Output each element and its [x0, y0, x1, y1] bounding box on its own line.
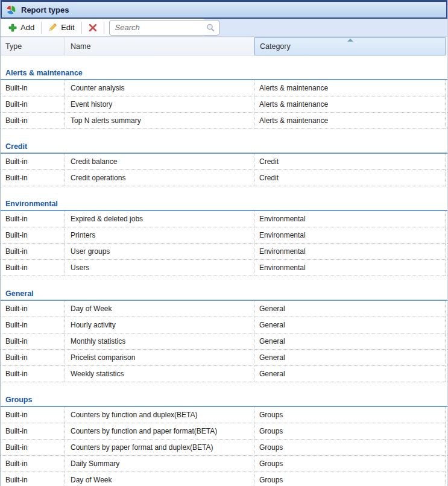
cell-category: Groups [254, 423, 446, 439]
cell-type: Built-in [1, 456, 65, 472]
cell-category: General [254, 333, 446, 349]
cell-type: Built-in [1, 154, 65, 169]
table-row[interactable]: Built-inExpired & deleted jobsEnvironmen… [1, 211, 447, 227]
group-header[interactable]: Credit [1, 142, 447, 154]
cell-name: Users [65, 260, 254, 276]
table-row[interactable]: Built-inPricelist comparisonGeneral [1, 350, 447, 366]
cell-category: Alerts & maintenance [254, 96, 446, 112]
cell-name: Printers [65, 227, 254, 243]
cell-category: Groups [254, 472, 446, 486]
table-row[interactable]: Built-inCredit balanceCredit [1, 154, 447, 170]
column-header-type[interactable]: Type [1, 37, 65, 55]
plus-icon [8, 24, 17, 32]
table-row[interactable]: Built-inDaily SummaryGroups [1, 456, 447, 472]
title-bar: Report types [1, 0, 447, 19]
magnifier-icon[interactable] [206, 23, 215, 35]
search-input[interactable] [109, 20, 219, 36]
cell-name: Hourly activity [65, 317, 254, 333]
cell-name: Counter analysis [65, 80, 254, 96]
cell-type: Built-in [1, 301, 65, 317]
cell-name: Weekly statistics [65, 366, 254, 382]
sort-ascending-arrow-icon [347, 39, 353, 42]
table-row[interactable]: Built-inCounter analysisAlerts & mainten… [1, 80, 447, 96]
group-header[interactable]: Alerts & maintenance [1, 68, 447, 80]
cell-type: Built-in [1, 407, 65, 423]
group-header[interactable]: Groups [1, 395, 447, 407]
cell-name: Counters by paper format and duplex(BETA… [65, 440, 254, 455]
table-row[interactable]: Built-inMonthly statisticsGeneral [1, 333, 447, 350]
cell-type: Built-in [1, 366, 65, 382]
table-row[interactable]: Built-inCredit operationsCredit [1, 170, 447, 186]
add-button[interactable]: Add [4, 22, 39, 33]
cell-type: Built-in [1, 260, 65, 276]
cell-type: Built-in [1, 96, 65, 112]
delete-button[interactable] [84, 22, 102, 33]
cell-type: Built-in [1, 333, 65, 349]
cell-category: Credit [254, 154, 446, 169]
cell-name: Counters by function and paper format(BE… [65, 423, 254, 439]
table-row[interactable]: Built-inDay of WeekGroups [1, 472, 447, 486]
edit-button-label: Edit [61, 23, 74, 32]
edit-button[interactable]: Edit [43, 22, 79, 33]
cell-category: Environmental [254, 244, 446, 259]
cell-name: Day of Week [65, 301, 254, 317]
cell-name: Expired & deleted jobs [65, 211, 254, 227]
cell-category: Alerts & maintenance [254, 80, 446, 96]
cell-category: General [254, 366, 446, 382]
search-box [109, 20, 219, 36]
column-header-category[interactable]: Category [254, 37, 446, 55]
column-header-category-label: Category [260, 42, 291, 51]
cell-category: General [254, 317, 446, 333]
cell-type: Built-in [1, 423, 65, 439]
table-row[interactable]: Built-inDay of WeekGeneral [1, 301, 447, 317]
cell-category: General [254, 350, 446, 365]
table-row[interactable]: Built-inCounters by paper format and dup… [1, 440, 447, 456]
cell-category: Groups [254, 407, 446, 423]
cell-category: General [254, 301, 446, 317]
cell-name: Monthly statistics [65, 333, 254, 349]
group-header[interactable]: Environmental [1, 199, 447, 211]
table-row[interactable]: Built-inUser groupsEnvironmental [1, 244, 447, 260]
table-row[interactable]: Built-inCounters by function and paper f… [1, 423, 447, 440]
cell-name: Credit operations [65, 170, 254, 186]
cell-category: Credit [254, 170, 446, 186]
cell-type: Built-in [1, 317, 65, 333]
cell-name: Day of Week [65, 472, 254, 486]
column-header-name[interactable]: Name [65, 37, 254, 55]
add-button-label: Add [21, 23, 34, 32]
cell-category: Groups [254, 440, 446, 455]
cell-name: Credit balance [65, 154, 254, 169]
cell-name: User groups [65, 244, 254, 259]
cell-name: Counters by function and duplex(BETA) [65, 407, 254, 423]
group-header[interactable]: General [1, 289, 447, 301]
cell-type: Built-in [1, 472, 65, 486]
toolbar-separator [81, 22, 82, 34]
cell-name: Top N alerts summary [65, 113, 254, 128]
cell-category: Environmental [254, 227, 446, 243]
pencil-icon [48, 23, 57, 32]
cell-type: Built-in [1, 211, 65, 227]
table-row[interactable]: Built-inEvent historyAlerts & maintenanc… [1, 96, 447, 113]
cell-name: Pricelist comparison [65, 350, 254, 365]
red-x-icon [89, 24, 97, 32]
cell-type: Built-in [1, 113, 65, 128]
cell-type: Built-in [1, 227, 65, 243]
table-row[interactable]: Built-inPrintersEnvironmental [1, 227, 447, 244]
cell-category: Alerts & maintenance [254, 113, 446, 128]
cell-type: Built-in [1, 350, 65, 365]
cell-type: Built-in [1, 170, 65, 186]
table-row[interactable]: Built-inWeekly statisticsGeneral [1, 366, 447, 382]
cell-category: Environmental [254, 260, 446, 276]
window-title: Report types [21, 5, 69, 14]
table-row[interactable]: Built-inCounters by function and duplex(… [1, 407, 447, 423]
cell-name: Event history [65, 96, 254, 112]
cell-category: Groups [254, 456, 446, 472]
toolbar-separator [41, 22, 42, 34]
toolbar: Add Edit [1, 19, 447, 37]
table-row[interactable]: Built-inHourly activityGeneral [1, 317, 447, 333]
cell-category: Environmental [254, 211, 446, 227]
table-header: Type Name Category [1, 37, 447, 55]
table-row[interactable]: Built-inTop N alerts summaryAlerts & mai… [1, 113, 447, 129]
table-row[interactable]: Built-inUsersEnvironmental [1, 260, 447, 276]
cell-type: Built-in [1, 244, 65, 259]
